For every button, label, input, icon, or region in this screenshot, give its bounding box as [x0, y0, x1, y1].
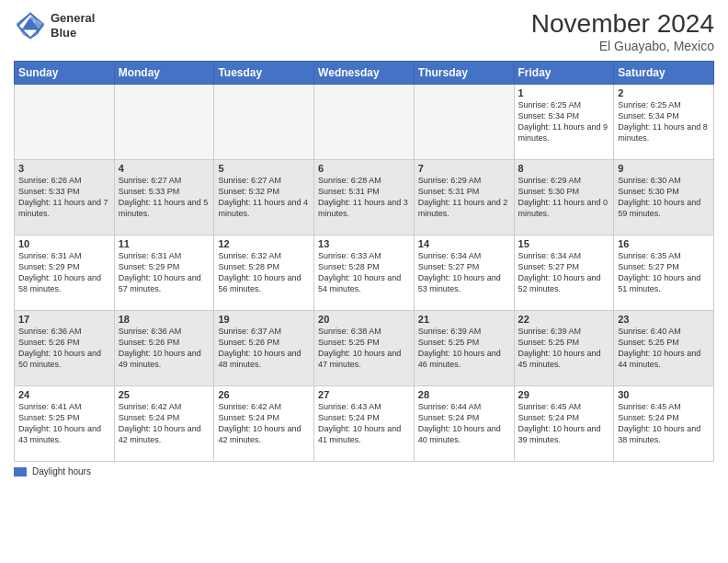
calendar-day-cell: 8Sunrise: 6:29 AM Sunset: 5:30 PM Daylig…	[514, 160, 614, 236]
calendar-table: SundayMondayTuesdayWednesdayThursdayFrid…	[14, 61, 714, 462]
calendar-day-cell: 25Sunrise: 6:42 AM Sunset: 5:24 PM Dayli…	[114, 386, 214, 462]
calendar-day-header: Tuesday	[214, 62, 314, 85]
calendar-day-cell: 30Sunrise: 6:45 AM Sunset: 5:24 PM Dayli…	[614, 386, 714, 462]
calendar-week-row: 10Sunrise: 6:31 AM Sunset: 5:29 PM Dayli…	[15, 236, 714, 311]
day-info: Sunrise: 6:27 AM Sunset: 5:33 PM Dayligh…	[119, 175, 210, 220]
day-info: Sunrise: 6:31 AM Sunset: 5:29 PM Dayligh…	[18, 250, 110, 295]
day-number: 27	[318, 389, 410, 400]
day-number: 8	[518, 163, 610, 174]
day-info: Sunrise: 6:34 AM Sunset: 5:27 PM Dayligh…	[518, 250, 610, 295]
calendar-week-row: 17Sunrise: 6:36 AM Sunset: 5:26 PM Dayli…	[15, 311, 714, 386]
day-info: Sunrise: 6:45 AM Sunset: 5:24 PM Dayligh…	[618, 401, 710, 446]
calendar-day-header: Monday	[114, 62, 214, 85]
calendar-day-cell	[15, 85, 115, 160]
calendar-day-cell	[414, 85, 514, 160]
day-info: Sunrise: 6:37 AM Sunset: 5:26 PM Dayligh…	[218, 326, 310, 371]
day-info: Sunrise: 6:35 AM Sunset: 5:27 PM Dayligh…	[618, 250, 710, 295]
calendar-day-cell: 15Sunrise: 6:34 AM Sunset: 5:27 PM Dayli…	[514, 236, 614, 311]
calendar-day-header: Sunday	[15, 62, 115, 85]
calendar-day-cell: 28Sunrise: 6:44 AM Sunset: 5:24 PM Dayli…	[414, 386, 514, 462]
day-info: Sunrise: 6:41 AM Sunset: 5:25 PM Dayligh…	[18, 401, 110, 446]
day-info: Sunrise: 6:26 AM Sunset: 5:33 PM Dayligh…	[18, 175, 110, 220]
day-info: Sunrise: 6:29 AM Sunset: 5:30 PM Dayligh…	[518, 175, 610, 220]
day-info: Sunrise: 6:39 AM Sunset: 5:25 PM Dayligh…	[518, 326, 610, 371]
day-info: Sunrise: 6:36 AM Sunset: 5:26 PM Dayligh…	[18, 326, 110, 371]
calendar-day-cell	[214, 85, 314, 160]
legend-color-box	[14, 467, 27, 477]
day-number: 4	[119, 163, 210, 174]
calendar-day-cell: 7Sunrise: 6:29 AM Sunset: 5:31 PM Daylig…	[414, 160, 514, 236]
day-number: 19	[218, 314, 310, 325]
calendar-day-cell: 13Sunrise: 6:33 AM Sunset: 5:28 PM Dayli…	[314, 236, 415, 311]
calendar-day-cell: 4Sunrise: 6:27 AM Sunset: 5:33 PM Daylig…	[114, 160, 214, 236]
calendar-week-row: 24Sunrise: 6:41 AM Sunset: 5:25 PM Dayli…	[15, 386, 714, 462]
calendar-day-cell: 16Sunrise: 6:35 AM Sunset: 5:27 PM Dayli…	[614, 236, 714, 311]
day-number: 30	[618, 389, 710, 400]
calendar-day-cell: 11Sunrise: 6:31 AM Sunset: 5:29 PM Dayli…	[114, 236, 214, 311]
day-info: Sunrise: 6:34 AM Sunset: 5:27 PM Dayligh…	[418, 250, 510, 295]
day-number: 29	[518, 389, 610, 400]
calendar-day-cell: 21Sunrise: 6:39 AM Sunset: 5:25 PM Dayli…	[414, 311, 514, 386]
day-number: 18	[119, 314, 210, 325]
calendar-day-cell	[114, 85, 214, 160]
calendar-day-cell: 23Sunrise: 6:40 AM Sunset: 5:25 PM Dayli…	[614, 311, 714, 386]
day-info: Sunrise: 6:29 AM Sunset: 5:31 PM Dayligh…	[418, 175, 510, 220]
day-number: 12	[218, 238, 310, 249]
calendar-day-cell: 17Sunrise: 6:36 AM Sunset: 5:26 PM Dayli…	[15, 311, 115, 386]
day-number: 13	[318, 238, 410, 249]
logo-line2: Blue	[51, 26, 95, 40]
day-number: 3	[18, 163, 110, 174]
calendar-day-cell: 1Sunrise: 6:25 AM Sunset: 5:34 PM Daylig…	[514, 85, 614, 160]
day-info: Sunrise: 6:25 AM Sunset: 5:34 PM Dayligh…	[518, 99, 610, 144]
calendar-week-row: 3Sunrise: 6:26 AM Sunset: 5:33 PM Daylig…	[15, 160, 714, 236]
calendar-day-cell: 14Sunrise: 6:34 AM Sunset: 5:27 PM Dayli…	[414, 236, 514, 311]
calendar-day-header: Saturday	[614, 62, 714, 85]
calendar-day-cell: 5Sunrise: 6:27 AM Sunset: 5:32 PM Daylig…	[214, 160, 314, 236]
day-number: 1	[518, 87, 610, 98]
day-number: 14	[418, 238, 510, 249]
day-info: Sunrise: 6:44 AM Sunset: 5:24 PM Dayligh…	[418, 401, 510, 446]
day-info: Sunrise: 6:40 AM Sunset: 5:25 PM Dayligh…	[618, 326, 710, 371]
day-number: 10	[18, 238, 110, 249]
calendar-day-cell: 19Sunrise: 6:37 AM Sunset: 5:26 PM Dayli…	[214, 311, 314, 386]
calendar-day-header: Wednesday	[314, 62, 415, 85]
day-number: 15	[518, 238, 610, 249]
page-container: General Blue November 2024 El Guayabo, M…	[0, 0, 728, 486]
calendar-day-cell: 18Sunrise: 6:36 AM Sunset: 5:26 PM Dayli…	[114, 311, 214, 386]
calendar-day-cell: 29Sunrise: 6:45 AM Sunset: 5:24 PM Dayli…	[514, 386, 614, 462]
day-number: 5	[218, 163, 310, 174]
day-number: 11	[119, 238, 210, 249]
logo: General Blue	[14, 9, 95, 42]
day-info: Sunrise: 6:28 AM Sunset: 5:31 PM Dayligh…	[318, 175, 410, 220]
month-title: November 2024	[531, 9, 714, 39]
title-block: November 2024 El Guayabo, Mexico	[531, 9, 714, 53]
day-number: 28	[418, 389, 510, 400]
day-number: 23	[618, 314, 710, 325]
day-info: Sunrise: 6:31 AM Sunset: 5:29 PM Dayligh…	[119, 250, 210, 295]
day-info: Sunrise: 6:27 AM Sunset: 5:32 PM Dayligh…	[218, 175, 310, 220]
calendar-day-cell: 22Sunrise: 6:39 AM Sunset: 5:25 PM Dayli…	[514, 311, 614, 386]
day-info: Sunrise: 6:32 AM Sunset: 5:28 PM Dayligh…	[218, 250, 310, 295]
day-number: 9	[618, 163, 710, 174]
calendar-day-cell: 10Sunrise: 6:31 AM Sunset: 5:29 PM Dayli…	[15, 236, 115, 311]
day-number: 21	[418, 314, 510, 325]
logo-line1: General	[51, 11, 95, 26]
day-number: 26	[218, 389, 310, 400]
calendar-day-cell: 27Sunrise: 6:43 AM Sunset: 5:24 PM Dayli…	[314, 386, 415, 462]
day-number: 7	[418, 163, 510, 174]
day-info: Sunrise: 6:25 AM Sunset: 5:34 PM Dayligh…	[618, 99, 710, 144]
logo-text: General Blue	[51, 11, 95, 40]
day-info: Sunrise: 6:38 AM Sunset: 5:25 PM Dayligh…	[318, 326, 410, 371]
day-info: Sunrise: 6:30 AM Sunset: 5:30 PM Dayligh…	[618, 175, 710, 220]
day-info: Sunrise: 6:42 AM Sunset: 5:24 PM Dayligh…	[119, 401, 210, 446]
calendar-day-cell	[314, 85, 415, 160]
day-number: 20	[318, 314, 410, 325]
legend: Daylight hours	[14, 466, 714, 477]
day-info: Sunrise: 6:39 AM Sunset: 5:25 PM Dayligh…	[418, 326, 510, 371]
calendar-header-row: SundayMondayTuesdayWednesdayThursdayFrid…	[15, 62, 714, 85]
calendar-day-cell: 26Sunrise: 6:42 AM Sunset: 5:24 PM Dayli…	[214, 386, 314, 462]
day-info: Sunrise: 6:45 AM Sunset: 5:24 PM Dayligh…	[518, 401, 610, 446]
calendar-day-header: Friday	[514, 62, 614, 85]
calendar-day-cell: 2Sunrise: 6:25 AM Sunset: 5:34 PM Daylig…	[614, 85, 714, 160]
day-number: 6	[318, 163, 410, 174]
